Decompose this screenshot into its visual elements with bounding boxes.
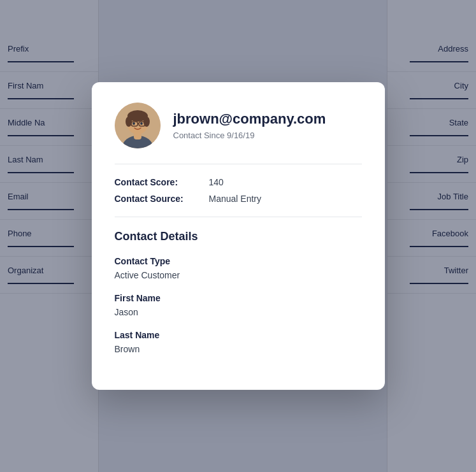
last-name-label: Last Name: [115, 330, 362, 340]
contact-type-label: Contact Type: [115, 256, 362, 266]
first-name-group: First Name Jason: [115, 293, 362, 317]
last-name-value: Brown: [115, 344, 362, 354]
avatar: [115, 103, 161, 148]
contact-source-value: Manual Entry: [209, 194, 261, 204]
contact-source-label: Contact Source:: [115, 194, 204, 204]
header-info: jbrown@company.com Contact Since 9/16/19: [173, 111, 326, 139]
contact-email: jbrown@company.com: [173, 111, 326, 127]
contact-score-label: Contact Score:: [115, 177, 204, 187]
section-title: Contact Details: [115, 230, 362, 243]
contact-since: Contact Since 9/16/19: [173, 131, 326, 140]
meta-divider: [115, 217, 362, 217]
header-divider: [115, 164, 362, 164]
contact-details-section: Contact Details Contact Type Active Cust…: [115, 230, 362, 354]
contact-score-row: Contact Score: 140: [115, 177, 362, 187]
last-name-group: Last Name Brown: [115, 330, 362, 354]
modal-overlay: jbrown@company.com Contact Since 9/16/19…: [0, 0, 476, 472]
svg-point-7: [133, 122, 135, 125]
contact-type-value: Active Customer: [115, 270, 362, 280]
modal-header: jbrown@company.com Contact Since 9/16/19: [115, 103, 362, 148]
avatar-image: [115, 103, 161, 148]
contact-source-row: Contact Source: Manual Entry: [115, 194, 362, 204]
contact-detail-modal: jbrown@company.com Contact Since 9/16/19…: [92, 82, 385, 390]
first-name-value: Jason: [115, 307, 362, 317]
contact-type-group: Contact Type Active Customer: [115, 256, 362, 280]
first-name-label: First Name: [115, 293, 362, 303]
svg-point-8: [140, 122, 143, 125]
contact-score-value: 140: [209, 177, 224, 187]
meta-section: Contact Score: 140 Contact Source: Manua…: [115, 177, 362, 204]
